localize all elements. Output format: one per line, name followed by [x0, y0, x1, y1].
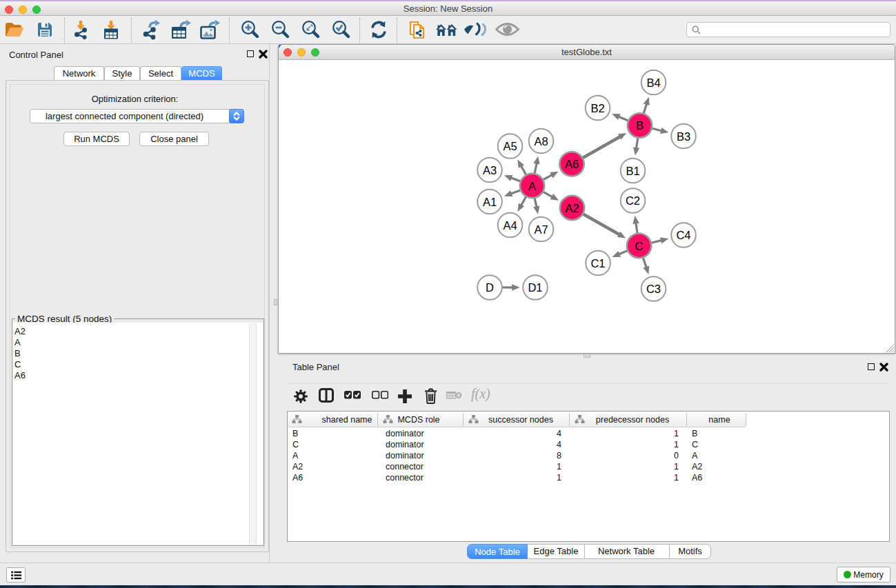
svg-text:D: D [486, 281, 494, 294]
svg-text:A: A [528, 180, 536, 192]
svg-text:A2: A2 [565, 202, 579, 214]
svg-text:A3: A3 [483, 164, 497, 176]
svg-text:B4: B4 [646, 77, 660, 89]
svg-text:A8: A8 [534, 135, 548, 148]
svg-text:A7: A7 [534, 223, 548, 236]
svg-text:A1: A1 [483, 196, 497, 208]
svg-text:C4: C4 [676, 229, 690, 241]
svg-text:C2: C2 [626, 194, 640, 207]
svg-text:C1: C1 [590, 257, 605, 270]
svg-text:B2: B2 [590, 102, 604, 114]
svg-text:A4: A4 [503, 219, 517, 232]
svg-text:D1: D1 [528, 281, 542, 294]
svg-text:B1: B1 [626, 165, 639, 177]
svg-text:B: B [636, 119, 644, 132]
svg-text:B3: B3 [677, 130, 690, 143]
svg-text:C3: C3 [646, 283, 661, 295]
svg-text:C: C [635, 240, 644, 252]
svg-text:A6: A6 [565, 158, 579, 170]
svg-text:A5: A5 [503, 140, 517, 152]
